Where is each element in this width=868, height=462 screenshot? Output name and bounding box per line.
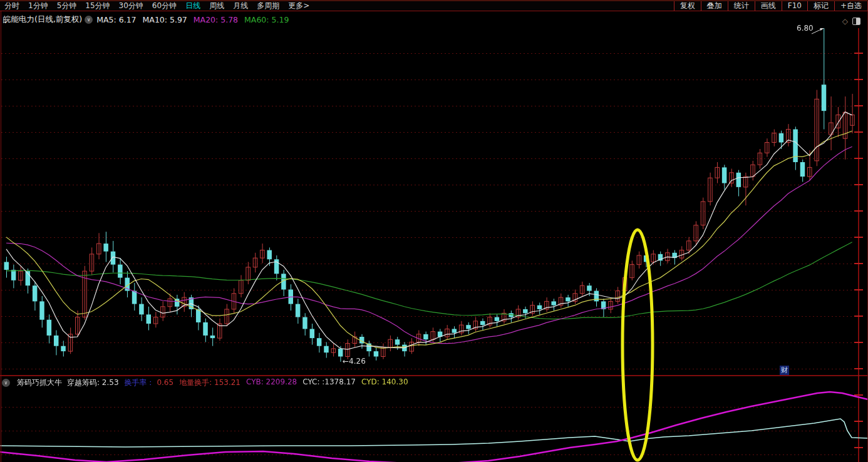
period-tab-60分钟[interactable]: 60分钟 (148, 1, 181, 11)
toolbar-button-+自选[interactable]: +自选 (834, 1, 868, 11)
period-tab-5分钟[interactable]: 5分钟 (53, 1, 81, 11)
toolbar-button-F10[interactable]: F10 (782, 1, 807, 11)
high-price-annotation: 6.80 (797, 24, 814, 33)
top-toolbar: 分时1分钟5分钟15分钟30分钟60分钟日线周线月线多周期更多> 复权叠加统计画… (0, 0, 868, 11)
panel-split-icon[interactable] (852, 18, 860, 25)
period-menu: 分时1分钟5分钟15分钟30分钟60分钟日线周线月线多周期更多> (0, 1, 314, 11)
indicator-field-0: 穿越筹码: 2.53 (67, 377, 119, 388)
period-tab-多周期[interactable]: 多周期 (252, 1, 284, 11)
indicator-field-5: CYD: 140.30 (361, 377, 408, 388)
chevron-down-icon[interactable]: ∨ (85, 16, 93, 24)
ma-value-labels: MA5: 6.17MA10: 5.97MA20: 5.78MA60: 5.19 (96, 15, 295, 24)
indicator-field-1: 换手率： 0.65 (125, 377, 174, 388)
diamond-icon[interactable]: ◇ (842, 18, 848, 25)
ma-value-0: MA5: 6.17 (96, 15, 136, 24)
indicator-chevron-icon[interactable]: ∨ (2, 379, 10, 387)
toolbar-button-复权[interactable]: 复权 (674, 1, 701, 11)
period-tab-15分钟[interactable]: 15分钟 (81, 1, 114, 11)
period-tab-分时[interactable]: 分时 (0, 1, 24, 11)
toolbar-buttons: 复权叠加统计画线F10标记+自选 (674, 1, 868, 11)
period-tab-1分钟[interactable]: 1分钟 (24, 1, 53, 11)
indicator-field-3: CYB: 2209.28 (246, 377, 297, 388)
toolbar-button-统计[interactable]: 统计 (728, 1, 755, 11)
stock-title: 皖能电力(日线,前复权) (3, 14, 82, 25)
left-window-border (1, 11, 1, 462)
indicator-fields: 穿越筹码: 2.53换手率： 0.65地量换手: 153.21CYB: 2209… (67, 377, 414, 388)
toolbar-button-叠加[interactable]: 叠加 (701, 1, 728, 11)
trading-app-window: { "toolbar": { "periods": ["分时","1分钟","5… (0, 0, 868, 462)
toolbar-button-画线[interactable]: 画线 (755, 1, 782, 11)
watermark-badge: 财 (780, 366, 789, 375)
chart-title-row: 皖能电力(日线,前复权) ∨ MA5: 6.17MA10: 5.97MA20: … (0, 12, 868, 28)
ma-value-1: MA10: 5.97 (143, 15, 187, 24)
period-tab-月线[interactable]: 月线 (229, 1, 252, 11)
indicator-field-2: 地量换手: 153.21 (179, 377, 240, 388)
period-tab-更多>[interactable]: 更多> (284, 1, 314, 11)
main-chart-canvas[interactable] (0, 28, 868, 462)
indicator-field-4: CYC: :1378.17 (302, 377, 356, 388)
ma-value-2: MA20: 5.78 (194, 15, 238, 24)
low-price-annotation: ←4.26 (343, 357, 366, 366)
toolbar-button-标记[interactable]: 标记 (807, 1, 834, 11)
indicator-label-row: ∨ 筹码巧抓大牛 穿越筹码: 2.53换手率： 0.65地量换手: 153.21… (2, 377, 414, 388)
chart-corner-icons: ◇ (842, 18, 860, 25)
indicator-name: 筹码巧抓大牛 (17, 377, 62, 388)
period-tab-日线[interactable]: 日线 (181, 1, 205, 11)
period-tab-周线[interactable]: 周线 (205, 1, 229, 11)
ma-value-3: MA60: 5.19 (244, 15, 289, 24)
period-tab-30分钟[interactable]: 30分钟 (115, 1, 148, 11)
